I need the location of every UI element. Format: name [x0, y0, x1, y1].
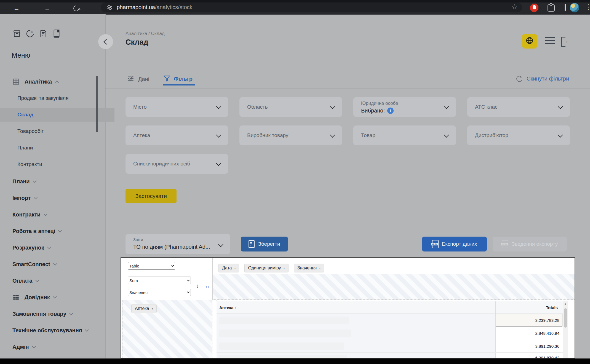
export-data-button[interactable]: XLSX Експорт даних	[422, 237, 487, 251]
pivot-aggregator-arg-select[interactable]: Значення	[128, 289, 191, 296]
reports-select[interactable]: Звіти ТО по дням (Pharmapoint Ad...	[126, 234, 230, 254]
chevron-down-icon	[330, 132, 335, 137]
field-chip-date[interactable]: Дата▾	[218, 264, 239, 272]
sidebar-item-maintenance[interactable]: Технічне обслуговування	[0, 325, 110, 336]
scroll-up-arrow-icon[interactable]: ▲	[563, 302, 568, 305]
chevron-down-icon	[330, 104, 335, 109]
document-icon[interactable]	[39, 29, 48, 38]
export-summary-button-disabled[interactable]: XLSX Зведення експорту	[493, 237, 567, 251]
apply-button[interactable]: Застосувати	[126, 189, 177, 203]
book-icon[interactable]	[52, 29, 61, 38]
reset-icon	[516, 75, 523, 82]
sidebar-item-analytics[interactable]: Аналітика	[0, 76, 110, 87]
save-report-button[interactable]: Зберегти	[241, 237, 288, 251]
browser-back-button[interactable]: ←	[13, 2, 20, 14]
field-chip-value[interactable]: Значення▾	[294, 264, 324, 272]
sidebar-item-smartconnect[interactable]: SmartConnect	[0, 259, 110, 270]
browser-menu-icon[interactable]: ⋮	[585, 3, 590, 11]
sidebar-top-icons	[12, 29, 61, 38]
triangle-down-icon: ▾	[234, 267, 236, 270]
row-header[interactable]: Аптека↑	[219, 301, 236, 314]
chevron-left-icon	[103, 39, 109, 44]
filter-legal-entity-lists[interactable]: Списки юридичних осіб	[126, 154, 228, 174]
chevron-down-icon	[444, 104, 449, 109]
filter-distributor[interactable]: Дистриб'ютор	[467, 125, 570, 145]
sidebar-item-calculation[interactable]: Розрахунок	[0, 242, 110, 253]
triangle-down-icon: ▾	[152, 307, 153, 310]
pivot-table-panel: Table Sum Значення ↕ ↔ Дата▾ Одиниця вим…	[121, 257, 575, 358]
breadcrumb[interactable]: Аналітика / Склад	[126, 31, 165, 36]
total-value[interactable]: 3,239,783.28	[495, 314, 563, 327]
browser-reload-button[interactable]	[73, 2, 79, 14]
xlsx-file-icon: XLSX	[502, 240, 508, 248]
sidebar-item-plans-sub[interactable]: Плани	[0, 142, 114, 153]
pivot-row-dropzone[interactable]: Аптека▾	[122, 300, 212, 358]
chevron-down-icon	[33, 179, 37, 183]
chevron-down-icon	[35, 278, 39, 282]
filter-city[interactable]: Місто	[126, 97, 228, 117]
sidebar-item-directory[interactable]: Довідник	[0, 292, 110, 303]
document-icon	[249, 240, 255, 248]
filter-product[interactable]: Товар	[353, 125, 456, 145]
sidebar-item-contracts-sub[interactable]: Контракти	[0, 159, 114, 170]
sidebar-item-admin[interactable]: Адмін	[0, 341, 110, 352]
field-chip-pharmacy[interactable]: Аптека▾	[131, 304, 157, 313]
pivot-table-header: Аптека↑ Totals	[217, 301, 563, 314]
omnibox[interactable]: pharmapoint.ua/analytics/stock ☆	[101, 2, 522, 12]
browser-toolbar: ← → pharmapoint.ua/analytics/stock ☆ ⋮	[0, 0, 590, 15]
total-value[interactable]: 3,891,290.36	[495, 340, 563, 353]
field-chip-unit[interactable]: Одиниця виміру▾	[244, 264, 288, 272]
scrollbar-thumb[interactable]	[564, 308, 567, 328]
chevron-down-icon	[444, 132, 449, 137]
filter-pharmacy[interactable]: Аптека	[126, 125, 228, 145]
sidebar-scrollbar[interactable]	[96, 76, 98, 132]
pivot-col-dropzone[interactable]	[213, 274, 575, 300]
sort-asc-icon: ↑	[234, 306, 236, 310]
chevron-down-icon	[58, 228, 62, 232]
tab-data[interactable]: Дані	[127, 75, 149, 83]
tab-filter[interactable]: Фільтр	[163, 74, 193, 83]
sidebar-collapse-button[interactable]	[98, 34, 113, 49]
reset-filters-button[interactable]: Скинути фільтри	[516, 76, 569, 82]
browser-forward-button[interactable]: →	[44, 2, 50, 14]
chevron-down-icon	[32, 344, 36, 348]
url-path: /analytics/stock	[155, 4, 193, 10]
total-value[interactable]: 2,848,416.94	[495, 327, 563, 340]
pivot-col-fields: Дата▾ Одиниця виміру▾ Значення▾	[218, 264, 324, 272]
toolbar-separator	[565, 4, 566, 11]
adblock-extension-icon[interactable]	[530, 4, 538, 12]
archive-box-icon[interactable]	[12, 29, 21, 38]
pivot-renderer-select[interactable]: Table	[128, 262, 175, 270]
sidebar-item-plans[interactable]: Плани	[0, 176, 110, 187]
selected-label: Вибрано:	[361, 108, 385, 114]
pie-chart-icon[interactable]	[26, 29, 34, 38]
filter-manufacturer[interactable]: Виробник товару	[239, 125, 342, 145]
sidebar-item-pharmacy-work[interactable]: Робота в аптеці	[0, 226, 110, 237]
language-globe-button[interactable]	[522, 34, 537, 49]
page-title: Склад	[126, 38, 148, 47]
sidebar-item-contracts[interactable]: Контракти	[0, 209, 110, 220]
chevron-down-icon	[558, 132, 563, 137]
table-scrollbar[interactable]: ▲	[563, 301, 568, 358]
filter-region[interactable]: Область	[239, 97, 342, 117]
site-info-icon[interactable]	[107, 6, 112, 9]
total-value[interactable]: 6,291,879.42	[495, 351, 563, 358]
browser-tabstrip	[0, 0, 590, 2]
chevron-down-icon	[216, 161, 221, 166]
row-order-arrow[interactable]: ↕	[196, 283, 199, 289]
redacted-pharmacy-name	[219, 317, 349, 324]
chevron-down-icon	[85, 328, 89, 331]
extensions-puzzle-icon[interactable]	[548, 4, 555, 12]
app-menu-button[interactable]	[545, 37, 555, 46]
filter-legal-entity[interactable]: Юридична особа Вибрано:1	[353, 97, 456, 117]
bookmark-star-icon[interactable]: ☆	[511, 3, 518, 11]
pivot-aggregator-select[interactable]: Sum	[128, 277, 191, 284]
chevron-down-icon	[69, 311, 73, 315]
sidebar-item-import[interactable]: Імпорт	[0, 192, 110, 204]
col-order-arrow[interactable]: ↔	[205, 283, 210, 289]
profile-avatar[interactable]	[570, 3, 579, 12]
logout-button[interactable]: →	[561, 37, 569, 46]
sidebar-item-payment[interactable]: Оплата	[0, 275, 110, 286]
filter-atc-class[interactable]: АТС клас	[467, 97, 570, 117]
sidebar-item-product-orders[interactable]: Замовлення товару	[0, 308, 110, 319]
